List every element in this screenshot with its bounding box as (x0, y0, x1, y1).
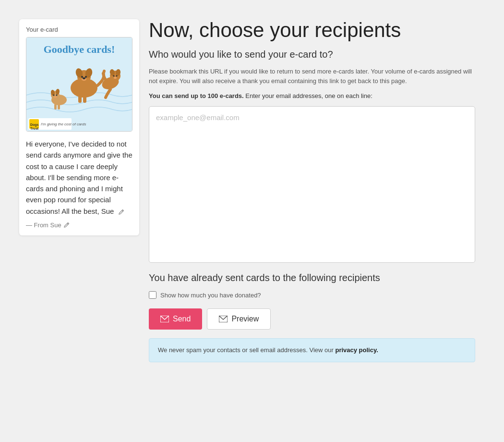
page-title: Now, choose your recipients (149, 19, 475, 41)
svg-rect-19 (54, 104, 57, 110)
send-button[interactable]: Send (149, 308, 202, 330)
spam-notice: We never spam your contacts or sell emai… (149, 338, 475, 362)
svg-rect-11 (83, 94, 86, 103)
section-subtitle: Who would you like to send your e-card t… (149, 49, 475, 60)
svg-text:I'm giving the cost of cards: I'm giving the cost of cards (41, 122, 86, 126)
edit-message-icon[interactable] (118, 209, 125, 215)
preview-icon (219, 316, 228, 322)
svg-point-25 (113, 75, 115, 77)
svg-point-16 (53, 95, 55, 96)
card-message: Hi everyone, I've decided to not send ca… (26, 138, 132, 217)
right-panel: Now, choose your recipients Who would yo… (139, 19, 485, 442)
left-panel: Your e-card Goodbye cards! (19, 19, 139, 235)
your-ecard-label: Your e-card (26, 26, 132, 33)
show-donated-checkbox[interactable] (149, 291, 156, 299)
checkbox-label[interactable]: Show how much you have donated? (160, 292, 261, 299)
privacy-policy-link[interactable]: privacy policy. (335, 346, 378, 354)
already-sent-heading: You have already sent cards to the follo… (149, 272, 475, 283)
svg-point-26 (116, 75, 118, 77)
svg-point-7 (85, 76, 87, 78)
svg-point-17 (56, 95, 58, 96)
edit-from-icon[interactable] (63, 221, 70, 228)
preview-button[interactable]: Preview (207, 308, 271, 330)
send-limit-notice: You can send up to 100 e-cards. Enter yo… (149, 92, 475, 99)
svg-text:Trust: Trust (30, 127, 39, 130)
send-icon (160, 316, 169, 322)
bookmark-notice: Please bookmark this URL if you would li… (149, 67, 475, 86)
svg-point-18 (54, 96, 57, 98)
card-image: Goodbye cards! (26, 37, 132, 131)
email-textarea-wrapper (149, 106, 475, 263)
svg-point-27 (114, 77, 117, 79)
svg-rect-10 (78, 94, 82, 103)
card-image-wrapper: Goodbye cards! (26, 37, 132, 132)
svg-text:Dogs: Dogs (30, 123, 39, 127)
svg-text:Goodbye cards!: Goodbye cards! (44, 43, 115, 55)
svg-rect-20 (58, 104, 60, 110)
action-buttons: Send Preview (149, 308, 475, 330)
svg-point-6 (81, 76, 83, 78)
card-from: — From Sue (26, 221, 132, 229)
email-input[interactable] (149, 107, 475, 260)
svg-point-9 (83, 77, 85, 79)
checkbox-row: Show how much you have donated? (149, 291, 475, 299)
